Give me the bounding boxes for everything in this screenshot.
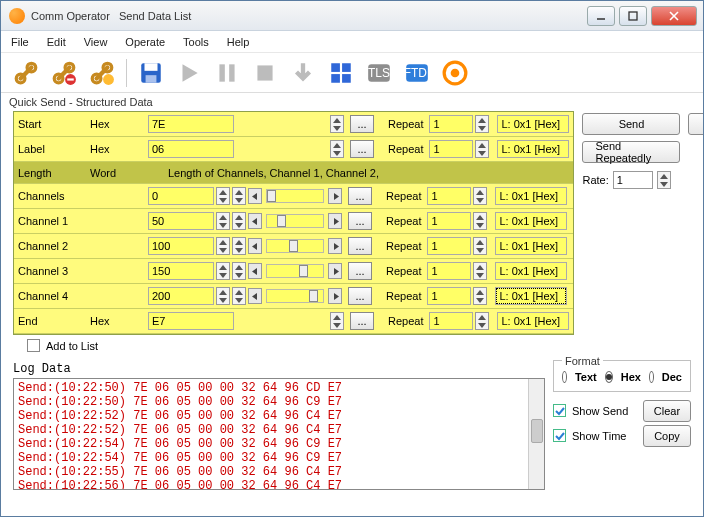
arrow-left-icon[interactable] [248,238,262,254]
value-input[interactable]: 150 [148,262,214,280]
spinner[interactable] [232,237,246,255]
log-output[interactable]: Send:(10:22:50) 7E 06 05 00 00 32 64 96 … [13,378,545,490]
more-button[interactable]: ... [350,115,374,133]
ftdi-icon[interactable]: FTDI [400,56,434,90]
repeat-input[interactable]: 1 [429,312,473,330]
format-dec-radio[interactable] [649,371,654,383]
spinner[interactable] [473,212,487,230]
play-icon[interactable] [172,56,206,90]
spinner[interactable] [473,237,487,255]
copy-button[interactable]: Copy [643,425,691,447]
spinner[interactable] [330,140,344,158]
spinner[interactable] [475,140,489,158]
slider[interactable] [266,239,324,253]
more-button[interactable]: ... [348,212,372,230]
minimize-button[interactable] [587,6,615,26]
repeat-input[interactable]: 1 [427,237,471,255]
value-input[interactable]: 200 [148,287,214,305]
link-settings-icon[interactable] [85,56,119,90]
length-format[interactable]: L: 0x1 [Hex] [497,312,569,330]
length-format[interactable]: L: 0x1 [Hex] [497,140,569,158]
arrow-right-icon[interactable] [328,213,342,229]
link-icon[interactable] [9,56,43,90]
slider[interactable] [266,189,324,203]
spinner[interactable] [232,287,246,305]
edit-button[interactable]: Edit [688,113,704,135]
send-repeatedly-button[interactable]: Send Repeatedly [582,141,680,163]
more-button[interactable]: ... [348,262,372,280]
show-time-checkbox[interactable] [553,429,566,442]
spinner[interactable] [475,115,489,133]
more-button[interactable]: ... [350,312,374,330]
add-to-list-checkbox[interactable] [27,339,40,352]
arrow-right-icon[interactable] [328,238,342,254]
length-format[interactable]: L: 0x1 [Hex] [495,262,567,280]
spinner[interactable] [473,262,487,280]
link-remove-icon[interactable] [47,56,81,90]
length-format[interactable]: L: 0x1 [Hex] [497,115,569,133]
repeat-input[interactable]: 1 [427,187,471,205]
download-icon[interactable] [286,56,320,90]
spinner[interactable] [216,237,230,255]
calc-icon[interactable] [324,56,358,90]
spinner[interactable] [473,287,487,305]
repeat-input[interactable]: 1 [427,212,471,230]
repeat-input[interactable]: 1 [429,140,473,158]
spinner[interactable] [232,262,246,280]
value-input[interactable]: E7 [148,312,234,330]
arrow-right-icon[interactable] [328,263,342,279]
clear-button[interactable]: Clear [643,400,691,422]
length-format[interactable]: L: 0x1 [Hex] [495,212,567,230]
repeat-input[interactable]: 1 [429,115,473,133]
menu-help[interactable]: Help [227,36,250,48]
arrow-left-icon[interactable] [248,263,262,279]
more-button[interactable]: ... [348,237,372,255]
log-scrollbar[interactable] [528,379,544,489]
value-input[interactable]: 50 [148,212,214,230]
repeat-input[interactable]: 1 [427,287,471,305]
value-input[interactable]: 7E [148,115,234,133]
rate-spinner[interactable] [657,171,671,189]
slider[interactable] [266,289,324,303]
more-button[interactable]: ... [350,140,374,158]
rate-input[interactable] [613,171,653,189]
length-format[interactable]: L: 0x1 [Hex] [495,287,567,305]
arrow-left-icon[interactable] [248,188,262,204]
length-format[interactable]: L: 0x1 [Hex] [495,237,567,255]
save-icon[interactable] [134,56,168,90]
show-send-checkbox[interactable] [553,404,566,417]
more-button[interactable]: ... [348,187,372,205]
length-format[interactable]: L: 0x1 [Hex] [495,187,567,205]
spinner[interactable] [232,212,246,230]
send-button[interactable]: Send [582,113,680,135]
menu-operate[interactable]: Operate [125,36,165,48]
spinner[interactable] [216,212,230,230]
format-text-radio[interactable] [562,371,567,383]
value-input[interactable]: 06 [148,140,234,158]
format-hex-radio[interactable] [605,371,613,383]
menu-edit[interactable]: Edit [47,36,66,48]
spinner[interactable] [475,312,489,330]
slider[interactable] [266,214,324,228]
menu-tools[interactable]: Tools [183,36,209,48]
pause-icon[interactable] [210,56,244,90]
arrow-right-icon[interactable] [328,188,342,204]
target-icon[interactable] [438,56,472,90]
close-button[interactable] [651,6,697,26]
spinner[interactable] [216,262,230,280]
menu-file[interactable]: File [11,36,29,48]
spinner[interactable] [330,312,344,330]
spinner[interactable] [216,287,230,305]
repeat-input[interactable]: 1 [427,262,471,280]
more-button[interactable]: ... [348,287,372,305]
slider[interactable] [266,264,324,278]
maximize-button[interactable] [619,6,647,26]
arrow-left-icon[interactable] [248,288,262,304]
tls-icon[interactable]: TLS [362,56,396,90]
spinner[interactable] [473,187,487,205]
stop-icon[interactable] [248,56,282,90]
arrow-left-icon[interactable] [248,213,262,229]
spinner[interactable] [330,115,344,133]
spinner[interactable] [216,187,230,205]
menu-view[interactable]: View [84,36,108,48]
